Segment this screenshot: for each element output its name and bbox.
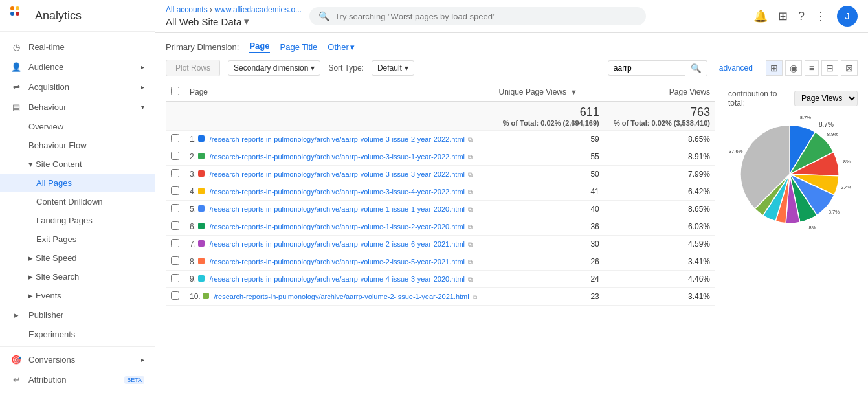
- row-pv-pct: 6.42%: [605, 183, 715, 201]
- pivot-view-button[interactable]: ⊟: [821, 60, 838, 76]
- contribution-label: contribution to total:: [728, 89, 790, 107]
- row-checkbox[interactable]: [171, 152, 179, 160]
- advanced-link[interactable]: advanced: [719, 63, 753, 73]
- row-number: 1.: [190, 135, 196, 144]
- page-link[interactable]: /research-reports-in-pulmonology/archive…: [210, 275, 465, 283]
- sort-type-selector[interactable]: Default ▾: [372, 60, 414, 76]
- toolbar: Plot Rows Secondary dimension ▾ Sort Typ…: [166, 60, 858, 76]
- sidebar-item-site-search[interactable]: ▸ Site Search: [0, 267, 155, 286]
- row-pv-pct: 4.59%: [605, 236, 715, 253]
- row-checkbox[interactable]: [171, 186, 179, 195]
- filter-input[interactable]: [608, 60, 685, 76]
- plot-rows-button[interactable]: Plot Rows: [166, 60, 220, 76]
- pie-view-button[interactable]: ◉: [785, 60, 802, 76]
- global-search[interactable]: 🔍: [309, 7, 646, 25]
- sidebar-item-acquisition[interactable]: ⇌ Acquisition ▸: [0, 77, 155, 97]
- row-checkbox[interactable]: [171, 169, 179, 177]
- external-link-icon: ⧉: [468, 258, 473, 265]
- sidebar-item-conversions[interactable]: 🎯 Conversions ▸: [0, 350, 155, 370]
- account-label: All Web Site Data: [166, 16, 241, 27]
- row-checkbox-cell: [166, 271, 184, 288]
- sidebar-item-landing-pages[interactable]: Landing Pages: [0, 211, 155, 230]
- beta-badge: BETA: [124, 376, 144, 384]
- behaviour-icon: ▤: [10, 102, 22, 112]
- sidebar-item-experiments[interactable]: Experiments: [0, 325, 155, 344]
- upv-col-header[interactable]: Unique Page Views ▼: [494, 83, 605, 102]
- avatar[interactable]: J: [837, 6, 858, 27]
- breadcrumb-all-accounts[interactable]: All accounts: [166, 5, 208, 14]
- chevron-right-icon: ▸: [28, 253, 33, 263]
- external-link-icon: ⧉: [468, 136, 473, 143]
- row-pv-pct: 3.41%: [605, 253, 715, 271]
- sidebar-item-events[interactable]: ▸ Events: [0, 286, 155, 305]
- pie-chart-wrap: contribution to total: Page Views 8.7%8.…: [728, 83, 858, 306]
- sidebar-item-behaviour-flow[interactable]: Behaviour Flow: [0, 136, 155, 155]
- topbar-actions: 🔔 ⊞ ? ⋮ J: [753, 6, 858, 27]
- row-page-cell: 3. /research-reports-in-pulmonology/arch…: [184, 166, 494, 183]
- data-view-button[interactable]: ⊞: [766, 60, 783, 76]
- dim-page[interactable]: Page: [249, 41, 269, 53]
- page-link[interactable]: /research-reports-in-pulmonology/archive…: [210, 153, 465, 161]
- sidebar-item-behaviour[interactable]: ▤ Behaviour ▾: [0, 97, 155, 117]
- row-pv-pct: 8.91%: [605, 148, 715, 166]
- dim-other[interactable]: Other ▾: [328, 42, 355, 52]
- account-selector[interactable]: All Web Site Data ▾: [166, 16, 302, 27]
- row-checkbox[interactable]: [171, 274, 179, 282]
- external-link-icon: ⧉: [468, 223, 473, 230]
- row-number: 10.: [190, 292, 201, 301]
- external-link-icon: ⧉: [468, 171, 473, 178]
- page-link[interactable]: /research-reports-in-pulmonology/archive…: [210, 240, 465, 248]
- dim-page-title[interactable]: Page Title: [280, 42, 318, 52]
- contribution-select[interactable]: Page Views: [794, 91, 858, 106]
- page-content: Primary Dimension: Page Page Title Other…: [155, 33, 868, 393]
- sidebar-item-site-content[interactable]: ▾ Site Content: [0, 155, 155, 174]
- page-col-header: Page: [184, 83, 494, 102]
- help-icon[interactable]: ?: [798, 10, 805, 23]
- sidebar-item-all-pages[interactable]: All Pages: [0, 174, 155, 192]
- chevron-down-icon: ▾: [350, 42, 355, 52]
- secondary-dim-selector[interactable]: Secondary dimension ▾: [228, 60, 320, 76]
- row-checkbox-cell: [166, 253, 184, 271]
- row-color-dot: [198, 240, 205, 247]
- sidebar-item-label: Behaviour: [28, 102, 135, 112]
- row-checkbox[interactable]: [171, 134, 179, 142]
- row-upv: 30: [494, 236, 605, 253]
- apps-icon[interactable]: ⊞: [778, 9, 788, 23]
- comparison-view-button[interactable]: ⊠: [841, 60, 858, 76]
- sort-type-label: Sort Type:: [328, 63, 363, 73]
- select-all-checkbox[interactable]: [171, 87, 179, 95]
- filter-search-button[interactable]: 🔍: [685, 60, 707, 76]
- page-link[interactable]: /research-reports-in-pulmonology/archive…: [210, 205, 465, 213]
- sidebar-item-publisher[interactable]: ▸ Publisher: [0, 305, 155, 325]
- row-checkbox[interactable]: [171, 291, 179, 300]
- sidebar-item-content-drilldown[interactable]: Content Drilldown: [0, 192, 155, 211]
- notification-icon[interactable]: 🔔: [753, 9, 768, 23]
- sidebar-item-attribution[interactable]: ↩ Attribution BETA: [0, 370, 155, 390]
- page-link[interactable]: /research-reports-in-pulmonology/archive…: [210, 223, 465, 230]
- page-link[interactable]: /research-reports-in-pulmonology/archive…: [210, 135, 465, 143]
- row-checkbox[interactable]: [171, 256, 179, 265]
- row-checkbox[interactable]: [171, 239, 179, 247]
- search-input[interactable]: [335, 12, 637, 21]
- row-upv: 26: [494, 253, 605, 271]
- primary-dim-label: Primary Dimension:: [166, 42, 239, 52]
- page-link[interactable]: /research-reports-in-pulmonology/archive…: [214, 293, 469, 300]
- bar-view-button[interactable]: ≡: [805, 60, 819, 76]
- sidebar-item-exit-pages[interactable]: Exit Pages: [0, 230, 155, 249]
- sidebar-item-site-speed[interactable]: ▸ Site Speed: [0, 249, 155, 267]
- table-search-filter: 🔍: [608, 60, 707, 76]
- more-icon[interactable]: ⋮: [815, 9, 827, 23]
- sidebar-item-realtime[interactable]: ◷ Real-time: [0, 37, 155, 57]
- row-checkbox[interactable]: [171, 221, 179, 230]
- data-table: Page Unique Page Views ▼ Page Views: [166, 83, 715, 306]
- page-link[interactable]: /research-reports-in-pulmonology/archive…: [210, 170, 465, 178]
- breadcrumb-site[interactable]: www.alliedacademies.o...: [214, 5, 302, 14]
- page-link[interactable]: /research-reports-in-pulmonology/archive…: [210, 188, 465, 196]
- sidebar-item-overview[interactable]: Overview: [0, 117, 155, 136]
- page-link[interactable]: /research-reports-in-pulmonology/archive…: [210, 258, 465, 265]
- row-checkbox-cell: [166, 131, 184, 148]
- sidebar-item-audience[interactable]: 👤 Audience ▸: [0, 57, 155, 77]
- publisher-icon: ▸: [10, 310, 22, 320]
- row-checkbox[interactable]: [171, 204, 179, 212]
- pv-col-header[interactable]: Page Views: [605, 83, 715, 102]
